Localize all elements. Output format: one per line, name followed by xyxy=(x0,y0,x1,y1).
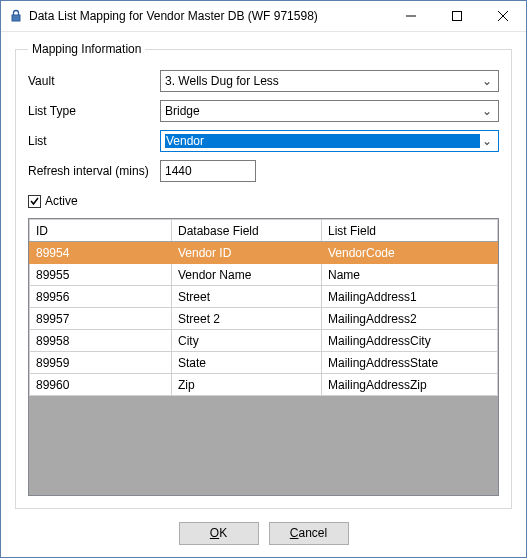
group-legend: Mapping Information xyxy=(28,42,145,56)
cancel-rest: ancel xyxy=(298,526,327,540)
cell-id: 89955 xyxy=(30,264,172,286)
mapping-grid[interactable]: ID Database Field List Field 89954Vendor… xyxy=(28,218,499,496)
list-label: List xyxy=(28,134,160,148)
cell-id: 89957 xyxy=(30,308,172,330)
svg-rect-2 xyxy=(453,12,462,21)
list-type-value: Bridge xyxy=(165,104,480,118)
cell-db: Zip xyxy=(172,374,322,396)
col-db[interactable]: Database Field xyxy=(172,220,322,242)
cell-lf: MailingAddress1 xyxy=(322,286,498,308)
list-type-label: List Type xyxy=(28,104,160,118)
mapping-info-group: Mapping Information Vault 3. Wells Dug f… xyxy=(15,42,512,509)
cell-lf: MailingAddressState xyxy=(322,352,498,374)
cell-id: 89958 xyxy=(30,330,172,352)
cell-lf: MailingAddressCity xyxy=(322,330,498,352)
cell-id: 89959 xyxy=(30,352,172,374)
chevron-down-icon: ⌄ xyxy=(480,104,494,118)
check-icon xyxy=(29,196,40,207)
ok-prefix: O xyxy=(210,526,219,540)
cell-db: State xyxy=(172,352,322,374)
cell-db: City xyxy=(172,330,322,352)
vault-label: Vault xyxy=(28,74,160,88)
col-lf[interactable]: List Field xyxy=(322,220,498,242)
active-label: Active xyxy=(45,194,78,208)
dialog-window: Data List Mapping for Vendor Master DB (… xyxy=(0,0,527,558)
content-area: Mapping Information Vault 3. Wells Dug f… xyxy=(1,32,526,557)
cell-db: Street 2 xyxy=(172,308,322,330)
refresh-input[interactable] xyxy=(160,160,256,182)
list-type-combo[interactable]: Bridge ⌄ xyxy=(160,100,499,122)
ok-button[interactable]: OK xyxy=(179,522,259,545)
chevron-down-icon: ⌄ xyxy=(480,134,494,148)
lock-icon xyxy=(9,9,23,23)
vault-combo[interactable]: 3. Wells Dug for Less ⌄ xyxy=(160,70,499,92)
table-row[interactable]: 89956StreetMailingAddress1 xyxy=(30,286,498,308)
table-row[interactable]: 89957Street 2MailingAddress2 xyxy=(30,308,498,330)
vault-value: 3. Wells Dug for Less xyxy=(165,74,480,88)
cell-lf: VendorCode xyxy=(322,242,498,264)
window-title: Data List Mapping for Vendor Master DB (… xyxy=(29,9,388,23)
minimize-button[interactable] xyxy=(388,1,434,31)
table-row[interactable]: 89960ZipMailingAddressZip xyxy=(30,374,498,396)
list-value: Vendor xyxy=(165,134,480,148)
cell-id: 89956 xyxy=(30,286,172,308)
cell-db: Street xyxy=(172,286,322,308)
table-row[interactable]: 89959StateMailingAddressState xyxy=(30,352,498,374)
ok-rest: K xyxy=(219,526,227,540)
svg-rect-0 xyxy=(12,15,20,21)
close-button[interactable] xyxy=(480,1,526,31)
cell-lf: MailingAddressZip xyxy=(322,374,498,396)
cancel-button[interactable]: Cancel xyxy=(269,522,349,545)
col-id[interactable]: ID xyxy=(30,220,172,242)
titlebar: Data List Mapping for Vendor Master DB (… xyxy=(1,1,526,32)
refresh-label: Refresh interval (mins) xyxy=(28,164,160,178)
table-row[interactable]: 89955Vendor NameName xyxy=(30,264,498,286)
cell-lf: MailingAddress2 xyxy=(322,308,498,330)
cell-db: Vendor ID xyxy=(172,242,322,264)
cell-id: 89960 xyxy=(30,374,172,396)
cell-lf: Name xyxy=(322,264,498,286)
table-row[interactable]: 89954Vendor IDVendorCode xyxy=(30,242,498,264)
maximize-button[interactable] xyxy=(434,1,480,31)
active-checkbox[interactable] xyxy=(28,195,41,208)
table-row[interactable]: 89958CityMailingAddressCity xyxy=(30,330,498,352)
cell-db: Vendor Name xyxy=(172,264,322,286)
cell-id: 89954 xyxy=(30,242,172,264)
list-combo[interactable]: Vendor ⌄ xyxy=(160,130,499,152)
dialog-buttons: OK Cancel xyxy=(15,509,512,557)
chevron-down-icon: ⌄ xyxy=(480,74,494,88)
